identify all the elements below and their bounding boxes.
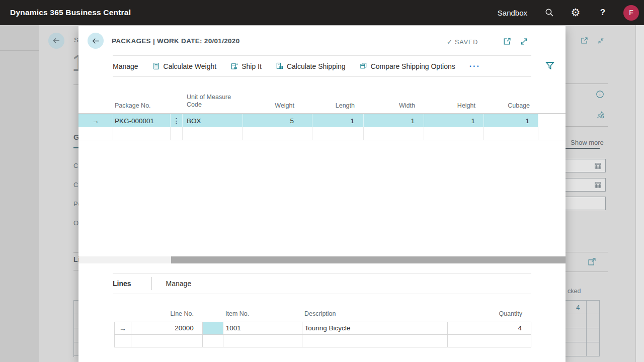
back-button[interactable] (88, 33, 104, 49)
background-divider (73, 252, 78, 253)
background-field-label: C (73, 162, 78, 169)
calculator-icon (152, 62, 160, 70)
background-divider (73, 270, 78, 270)
tab-lines[interactable]: Lines (113, 280, 131, 288)
description-cell[interactable]: Touring Bicycle (302, 322, 448, 334)
background-divider (566, 272, 608, 272)
row-selector: → (115, 322, 131, 334)
date-field (565, 178, 606, 192)
column-header[interactable]: Unit of Measure Code (183, 94, 243, 113)
background-divider (0, 50, 39, 51)
background-section-underline (73, 147, 78, 148)
gear-icon[interactable]: ⚙ (570, 7, 581, 18)
column-header[interactable]: Package No. (113, 102, 171, 113)
divider (113, 76, 531, 77)
quantity-cell[interactable]: 4 (448, 322, 531, 334)
background-field-label: Po (73, 200, 78, 208)
page-title: PACKAGES | WORK DATE: 20/01/2020 (112, 37, 239, 45)
topbar-right: Sandbox ⚙ ? F (498, 5, 644, 21)
avatar[interactable]: F (623, 5, 639, 21)
column-header[interactable]: Cubage (484, 102, 538, 113)
uom-cell[interactable]: BOX (183, 114, 243, 127)
column-header[interactable]: Width (364, 102, 424, 113)
weight-cell[interactable]: 5 (243, 114, 312, 127)
compare-shipping-options-button[interactable]: Compare Shipping Options (360, 62, 455, 70)
filter-icon[interactable] (545, 61, 554, 70)
length-cell[interactable]: 1 (312, 114, 364, 127)
divider (151, 277, 152, 290)
background-field-label: O (73, 219, 78, 227)
lines-manage-menu[interactable]: Manage (166, 280, 192, 288)
calculate-shipping-button[interactable]: Calculate Shipping (276, 62, 346, 70)
table-row-empty[interactable] (78, 127, 566, 140)
background-divider (73, 84, 78, 85)
show-more-link: Show more (571, 139, 604, 146)
screen: Dynamics 365 Business Central Sandbox ⚙ … (0, 0, 644, 362)
collapse-icon (597, 37, 605, 47)
text-field (565, 197, 606, 210)
packages-dialog: PACKAGES | WORK DATE: 20/01/2020 ✓ SAVED… (78, 26, 566, 362)
open-in-window-icon (580, 37, 588, 47)
more-options-button[interactable]: ··· (469, 64, 480, 69)
checkmark-icon: ✓ (447, 38, 452, 46)
line-no-cell[interactable]: 20000 (131, 322, 203, 334)
width-cell[interactable]: 1 (364, 114, 424, 127)
background-section-lines: Li (73, 255, 78, 263)
divider (113, 294, 531, 294)
topbar: Dynamics 365 Business Central Sandbox ⚙ … (0, 0, 644, 25)
lines-table-row-empty[interactable] (114, 335, 531, 347)
column-header[interactable]: Height (424, 102, 484, 113)
app-title: Dynamics 365 Business Central (10, 8, 131, 17)
background-divider (566, 83, 608, 84)
background-lines-grid-right: 4 (566, 300, 600, 356)
lines-toolbar: Lines Manage (113, 274, 531, 294)
focused-cell[interactable] (203, 322, 223, 334)
search-icon[interactable] (544, 7, 555, 18)
saved-indicator: ✓ SAVED (447, 38, 478, 46)
column-header[interactable]: Item No. (223, 310, 302, 321)
row-arrow-icon: → (92, 117, 99, 125)
help-icon[interactable]: ? (597, 7, 608, 18)
background-page-title: 1 (72, 49, 78, 75)
environment-badge: Sandbox (498, 9, 527, 17)
lines-table-row[interactable]: → 20000 1001 Touring Bicycle 4 (114, 322, 531, 335)
height-cell[interactable]: 1 (424, 114, 484, 127)
column-header[interactable]: Quantity (448, 310, 531, 321)
manage-menu[interactable]: Manage (113, 62, 138, 70)
column-header[interactable]: Length (312, 102, 364, 113)
cubage-cell[interactable]: 1 (484, 114, 538, 127)
resize-icon[interactable] (519, 37, 528, 46)
page-scrollbar (635, 25, 644, 362)
column-header[interactable]: Weight (243, 102, 312, 113)
expand-icon (588, 257, 596, 268)
show-more-underline (566, 148, 600, 149)
horizontal-scrollbar[interactable] (78, 256, 566, 263)
background-divider (566, 126, 608, 127)
background-cell: 4 (566, 301, 586, 314)
vertical-dots-icon: ⋮ (173, 117, 180, 125)
ship-it-button[interactable]: Ship It (230, 62, 262, 70)
shipping-calculator-icon (276, 62, 284, 70)
background-lines-grid-left (73, 300, 78, 357)
pin-icon (596, 111, 605, 121)
background-column-header: cked (568, 288, 581, 295)
packages-table-header: Package No. Unit of Measure Code Weight … (78, 90, 566, 114)
package-no-cell[interactable]: PKG-000001 (113, 114, 171, 127)
row-options-button[interactable]: ⋮ (171, 114, 183, 127)
item-no-cell[interactable]: 1001 (223, 322, 302, 334)
action-toolbar: Manage Calculate Weight Ship (113, 56, 531, 76)
background-divider (566, 252, 608, 252)
scrollbar-thumb[interactable] (171, 256, 566, 263)
background-left-strip (0, 25, 39, 362)
table-row[interactable]: → PKG-000001 ⋮ BOX 5 1 1 1 1 (78, 114, 566, 127)
column-header[interactable]: Description (302, 310, 448, 321)
column-header[interactable]: Line No. (131, 310, 202, 321)
open-in-window-icon[interactable] (502, 37, 511, 46)
calculate-weight-button[interactable]: Calculate Weight (152, 62, 217, 70)
row-arrow-icon: → (119, 324, 126, 332)
background-page-caption: SA (74, 36, 78, 44)
date-field (565, 159, 606, 172)
background-section-general: G (73, 133, 78, 141)
ship-icon (230, 62, 238, 70)
background-back-button (48, 33, 64, 49)
